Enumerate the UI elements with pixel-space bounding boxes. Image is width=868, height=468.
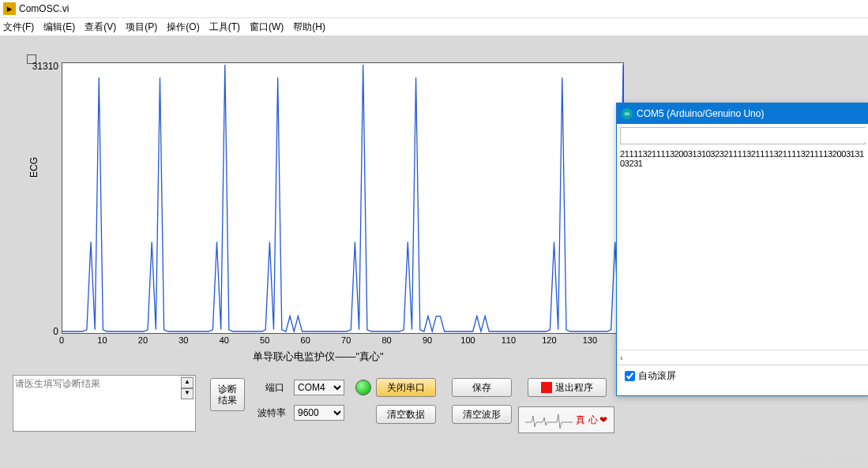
window-titlebar: ▶ ComOSC.vi [0,0,868,18]
xtick: 120 [539,335,558,345]
ecg-line [62,63,623,333]
control-row: ▲ ▼ 诊断 结果 端口 COM4 波特率 9600 关闭串口 保存 退出程序 [13,373,622,454]
menu-view[interactable]: 查看(V) [85,21,116,34]
spin-up-icon[interactable]: ▲ [181,377,194,388]
diagnosis-text[interactable]: ▲ ▼ [13,375,196,432]
xtick: 130 [581,335,599,345]
window-title: ComOSC.vi [19,3,69,14]
spin-down-icon[interactable]: ▼ [181,388,194,399]
serial-input[interactable] [621,128,868,142]
app-icon: ▶ [3,2,16,15]
xtick: 10 [92,335,111,345]
ytick-max: 31310 [27,61,58,72]
serial-titlebar[interactable]: ∞ COM5 (Arduino/Genuino Uno) [617,103,868,124]
menu-edit[interactable]: 编辑(E) [43,21,75,34]
menu-help[interactable]: 帮助(H) [293,21,325,34]
exit-button[interactable]: 退出程序 [528,378,607,397]
ecg-plot-area[interactable] [62,62,624,334]
heart-icon: ❤ [599,414,607,425]
port-select[interactable]: COM4 [294,380,344,395]
heart-label: 真 心 [576,414,597,427]
diagnosis-textarea[interactable] [13,376,178,429]
menu-file[interactable]: 文件(F) [3,21,34,34]
close-port-button[interactable]: 关闭串口 [376,378,436,397]
mini-ecg-icon [525,410,573,430]
autoscroll-checkbox[interactable] [625,371,635,381]
baud-label: 波特率 [257,406,286,420]
xtick: 90 [418,335,437,345]
ecg-chart: ECG 31310 0 0102030405060708090100110120… [14,43,622,367]
serial-footer: 自动滚屏 [617,365,868,386]
xtick: 70 [336,335,355,345]
panel: ECG 31310 0 0102030405060708090100110120… [6,42,626,460]
menu-project[interactable]: 项目(P) [126,21,157,34]
ecg-chart-title: 单导联心电监护仪——"真心" [14,350,622,364]
serial-monitor-window[interactable]: ∞ COM5 (Arduino/Genuino Uno) 21111321111… [616,103,868,396]
serial-output[interactable]: 2111132111132003131032321111321111321111… [617,148,868,350]
diagnosis-spinner[interactable]: ▲ ▼ [181,377,194,399]
status-led-icon [355,380,371,395]
menu-operate[interactable]: 操作(O) [167,21,199,34]
clear-data-button[interactable]: 清空数据 [376,405,436,424]
xtick: 40 [215,335,234,345]
ecg-y-label: ECG [28,157,39,178]
scroll-left-icon[interactable]: ‹ [620,353,623,362]
arduino-icon: ∞ [622,108,633,119]
xtick: 20 [133,335,152,345]
diagnose-button[interactable]: 诊断 结果 [210,378,245,411]
stop-square-icon [541,382,552,393]
xtick: 30 [174,335,193,345]
menu-tools[interactable]: 工具(T) [209,21,240,34]
serial-title: COM5 (Arduino/Genuino Uno) [637,108,764,119]
menu-window[interactable]: 窗口(W) [250,21,284,34]
heart-indicator: 真 心 ❤ [518,406,614,433]
xtick: 50 [255,335,274,345]
baud-select[interactable]: 9600 [294,405,344,421]
xtick: 100 [458,335,477,345]
xtick: 80 [378,335,396,345]
clear-wave-button[interactable]: 清空波形 [452,405,512,424]
exit-label: 退出程序 [555,381,593,395]
xtick: 0 [52,335,71,345]
serial-hscroll[interactable]: ‹ [617,350,868,365]
watermark: @51CTO博客 [799,451,863,466]
port-label: 端口 [265,381,284,395]
front-panel: ECG 31310 0 0102030405060708090100110120… [0,36,868,468]
menu-bar: 文件(F) 编辑(E) 查看(V) 项目(P) 操作(O) 工具(T) 窗口(W… [0,18,868,36]
xtick: 110 [499,335,518,345]
xtick: 60 [296,335,315,345]
autoscroll-label: 自动滚屏 [638,369,676,383]
save-button[interactable]: 保存 [452,378,512,397]
serial-input-wrap [620,127,866,144]
